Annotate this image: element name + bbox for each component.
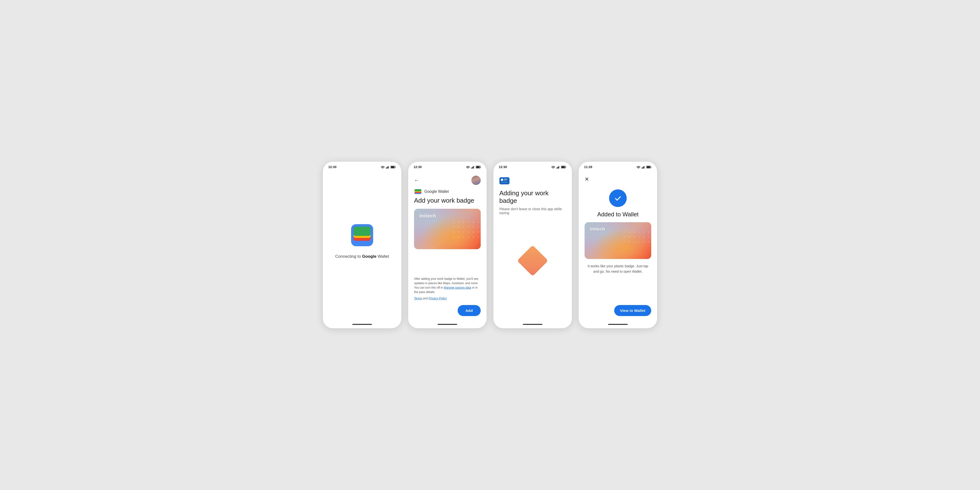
spacer-4 (585, 280, 651, 305)
spacer-2 (414, 254, 481, 277)
phone-screen-2: 12:30 (408, 162, 487, 328)
google-wallet-label: Google Wallet (424, 189, 449, 194)
badge-dots-4 (622, 229, 651, 259)
battery-icon-4 (646, 165, 652, 169)
svg-point-27 (468, 221, 469, 223)
view-button-container: View in Wallet (585, 305, 651, 316)
svg-rect-2 (388, 166, 388, 169)
svg-rect-48 (557, 167, 557, 169)
home-bar-2 (438, 324, 457, 325)
signal-icon-3 (557, 165, 560, 169)
svg-rect-59 (501, 182, 508, 183)
svg-point-78 (648, 236, 649, 238)
avatar-image (471, 176, 481, 185)
svg-rect-66 (647, 166, 650, 168)
view-in-wallet-button[interactable]: View in Wallet (614, 305, 651, 316)
status-bar-2: 12:30 (408, 162, 487, 171)
svg-rect-63 (644, 165, 645, 169)
badge-company-name: Initech (420, 213, 436, 219)
manage-passes-link[interactable]: Manage passes data (444, 286, 471, 290)
id-card-icon (499, 177, 510, 185)
svg-rect-14 (473, 166, 474, 169)
svg-rect-61 (643, 167, 643, 169)
svg-point-35 (477, 226, 479, 228)
back-button[interactable]: ← (414, 178, 420, 183)
svg-rect-53 (566, 167, 566, 167)
terms-link[interactable]: Terms (414, 297, 422, 300)
svg-point-80 (628, 241, 630, 243)
svg-point-79 (624, 241, 625, 243)
phone-screen-4: 11:29 (579, 162, 657, 328)
svg-point-82 (638, 241, 640, 243)
time-4: 11:29 (584, 165, 592, 169)
home-bar-1 (352, 324, 372, 325)
svg-point-75 (633, 236, 635, 238)
time-3: 12:30 (499, 165, 507, 169)
svg-point-45 (468, 236, 469, 238)
add-button[interactable]: Add (458, 305, 481, 316)
svg-rect-58 (504, 180, 506, 181)
screen4-header: ✕ (585, 173, 651, 185)
svg-point-46 (473, 236, 474, 238)
svg-point-32 (463, 226, 464, 228)
svg-point-37 (458, 231, 460, 233)
svg-rect-51 (559, 165, 560, 169)
home-indicator-2 (408, 322, 487, 328)
svg-rect-6 (391, 166, 395, 168)
svg-point-40 (473, 231, 474, 233)
status-bar-3: 12:30 (493, 162, 572, 171)
svg-point-81 (633, 241, 635, 243)
badge-card-2: Initech (414, 209, 481, 249)
wallet-app-icon (351, 224, 373, 246)
home-indicator-1 (323, 322, 401, 328)
svg-rect-18 (476, 166, 480, 168)
wifi-icon-2 (466, 165, 470, 169)
added-title: Added to Wallet (585, 211, 651, 218)
svg-rect-17 (480, 167, 481, 167)
svg-point-25 (458, 221, 460, 223)
svg-rect-12 (471, 167, 472, 169)
svg-point-76 (638, 236, 640, 238)
badge-dots (451, 220, 481, 249)
svg-rect-54 (562, 166, 565, 168)
privacy-link[interactable]: Privacy Policy (428, 297, 447, 300)
svg-rect-49 (557, 167, 558, 169)
checkmark-icon (614, 194, 622, 203)
screen2-content: ← Google Wallet Add your work badge (408, 171, 487, 322)
svg-point-31 (458, 226, 460, 228)
svg-point-42 (453, 236, 455, 238)
svg-point-29 (477, 221, 479, 223)
battery-icon-3 (561, 165, 566, 169)
screen4-content: ✕ Added to Wallet Initech (579, 171, 657, 322)
badge-card-4: Initech (585, 222, 651, 259)
user-avatar (471, 176, 481, 185)
success-description: It works like your plastic badge. Just t… (585, 263, 651, 274)
screens-container: 12:30 (323, 162, 657, 328)
add-button-container: Add (414, 305, 481, 316)
wifi-icon-4 (636, 165, 640, 169)
svg-point-28 (473, 221, 474, 223)
svg-point-73 (624, 236, 625, 238)
diamond-shape (517, 245, 548, 276)
screen3-content: Adding your work badge Please don't leav… (493, 171, 572, 322)
screen2-header: ← (414, 173, 481, 189)
svg-rect-3 (389, 165, 389, 169)
svg-rect-60 (642, 167, 643, 169)
signal-icon-4 (642, 165, 645, 169)
adding-title: Adding your work badge (499, 189, 566, 205)
svg-rect-0 (386, 167, 387, 169)
close-button[interactable]: ✕ (585, 176, 589, 182)
svg-rect-65 (651, 167, 651, 167)
svg-point-67 (624, 231, 625, 233)
signal-icon-2 (471, 165, 474, 169)
svg-point-38 (463, 231, 464, 233)
time-1: 12:30 (328, 165, 336, 169)
svg-point-74 (628, 236, 630, 238)
svg-point-43 (458, 236, 460, 238)
screen1-content: Connecting to Google Wallet (323, 171, 401, 322)
status-icons-4 (636, 165, 652, 169)
svg-point-44 (463, 236, 464, 238)
svg-point-71 (643, 231, 644, 233)
google-wallet-branding: Google Wallet (414, 189, 481, 194)
svg-point-33 (468, 226, 469, 228)
